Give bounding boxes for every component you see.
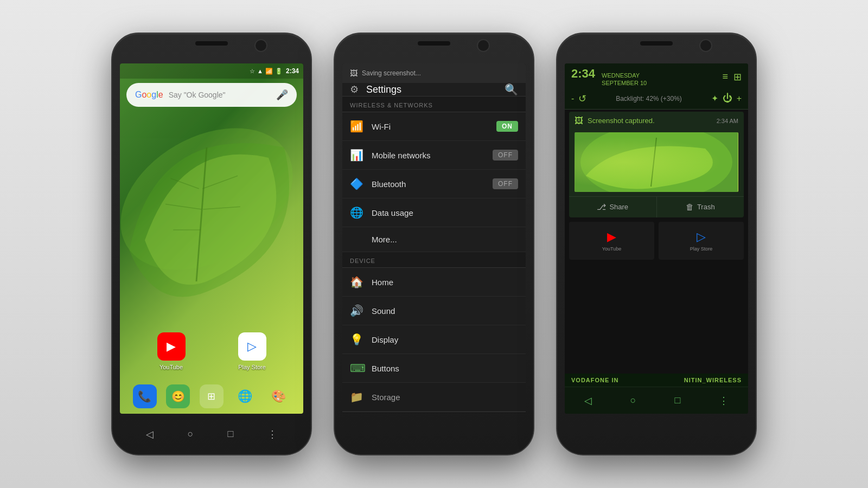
screenshot-preview: [575, 132, 738, 192]
phone-1-nav: ◁ ○ □ ⋮: [112, 414, 311, 454]
svg-point-8: [580, 132, 732, 192]
browser-dock-icon[interactable]: 🌐: [233, 384, 257, 408]
notif-back-button[interactable]: ◁: [584, 395, 592, 407]
share-button[interactable]: ⎇ Share: [569, 197, 656, 217]
phone-3: 2:34 WEDNESDAY SEPTEMBER 10 ≡ ⊞ - ↺ Back…: [556, 33, 757, 455]
display-icon: 💡: [350, 333, 363, 346]
share-label: Share: [609, 203, 628, 211]
status-bar: ☆ ▲ 📶 🔋 2:34: [120, 63, 303, 79]
home-setting-icon: 🏠: [350, 275, 363, 288]
storage-icon: 📁: [350, 390, 363, 403]
wifi-toggle[interactable]: ON: [496, 121, 518, 132]
home-button[interactable]: ○: [188, 428, 194, 440]
svg-rect-7: [575, 132, 738, 192]
device-section-header: DEVICE: [342, 252, 526, 268]
wireless-section-header: WIRELESS & NETWORKS: [342, 97, 526, 112]
settings-back-button[interactable]: ◁: [362, 412, 369, 414]
settings-search-icon[interactable]: 🔍: [505, 83, 518, 96]
youtube-thumb[interactable]: ▶ YouTube: [569, 222, 654, 260]
trash-label: Trash: [697, 203, 715, 211]
playstore-app[interactable]: ▷ Play Store: [238, 332, 266, 370]
share-icon: ⎇: [597, 202, 606, 212]
apps-dock-icon[interactable]: ⊞: [200, 384, 224, 408]
dock: 📞 😊 ⊞ 🌐 🎨: [120, 384, 303, 408]
playstore-thumb[interactable]: ▷ Play Store: [659, 222, 744, 260]
notif-actions: ⎇ Share 🗑 Trash: [569, 196, 744, 217]
refresh-icon[interactable]: ↺: [578, 93, 586, 105]
settings-title: Settings: [366, 84, 497, 95]
storage-setting[interactable]: 📁 Storage: [342, 383, 526, 412]
notif-home-button[interactable]: ○: [630, 395, 636, 406]
signal-icon: 📶: [265, 68, 273, 75]
wifi-icon: ▲: [257, 68, 263, 74]
star-icon[interactable]: ✦: [711, 93, 718, 104]
notif-nav: ◁ ○ □ ⋮: [565, 387, 748, 414]
more-label: More...: [372, 235, 397, 244]
back-button[interactable]: ◁: [146, 428, 154, 440]
power-icon[interactable]: ⏻: [723, 93, 732, 104]
settings-menu-button[interactable]: ⋮: [496, 412, 506, 414]
notif-right-icons: ≡ ⊞: [722, 71, 742, 83]
youtube-thumb-label: YouTube: [602, 246, 621, 252]
notif-status-bar: 2:34 WEDNESDAY SEPTEMBER 10 ≡ ⊞: [565, 63, 748, 91]
network-strip: VODAFONE IN NITIN_WIRELESS: [565, 374, 748, 387]
colors-dock-icon[interactable]: 🎨: [266, 384, 290, 408]
trash-icon: 🗑: [686, 202, 694, 211]
display-label: Display: [372, 335, 518, 344]
sound-icon: 🔊: [350, 304, 363, 317]
notif-app-name: Screenshot captured.: [588, 117, 712, 125]
playstore-icon: ▷: [238, 332, 266, 361]
messages-dock-icon[interactable]: 😊: [166, 384, 190, 408]
bluetooth-toggle[interactable]: OFF: [493, 178, 518, 189]
youtube-icon: ▶: [157, 332, 186, 361]
notif-date: WEDNESDAY SEPTEMBER 10: [602, 72, 647, 87]
notif-time: 2:34: [571, 67, 595, 81]
youtube-thumb-icon: ▶: [607, 230, 616, 244]
mobile-networks-label: Mobile networks: [372, 151, 484, 160]
screenshot-banner: 🖼 Saving screenshot...: [342, 63, 526, 83]
phone-1: ☆ ▲ 📶 🔋 2:34 Google Say "Ok Google" 🎤: [111, 33, 312, 455]
playstore-thumb-icon: ▷: [697, 230, 706, 244]
menu-button[interactable]: ⋮: [267, 428, 277, 440]
wifi-setting[interactable]: 📶 Wi-Fi ON: [342, 112, 526, 141]
notif-timestamp: 2:34 AM: [717, 118, 738, 124]
google-search-bar[interactable]: Google Say "Ok Google" 🎤: [126, 83, 297, 107]
youtube-app[interactable]: ▶ YouTube: [157, 332, 186, 370]
backlight-text: Backlight: 42% (+30%): [591, 95, 706, 102]
sim-icon: ☆: [250, 68, 255, 75]
sound-setting[interactable]: 🔊 Sound: [342, 297, 526, 325]
divider: [565, 109, 748, 110]
bluetooth-setting[interactable]: 🔷 Bluetooth OFF: [342, 170, 526, 198]
mobile-networks-setting[interactable]: 📊 Mobile networks OFF: [342, 141, 526, 170]
settings-recents-button[interactable]: □: [452, 413, 458, 414]
google-logo: Google: [135, 90, 163, 100]
notif-recents-button[interactable]: □: [675, 395, 681, 406]
youtube-label: YouTube: [159, 364, 183, 370]
data-usage-setting[interactable]: 🌐 Data usage: [342, 198, 526, 227]
mobile-networks-toggle[interactable]: OFF: [493, 150, 518, 160]
battery-icon: 🔋: [275, 68, 283, 75]
google-search-text: Say "Ok Google": [169, 91, 271, 99]
playstore-thumb-label: Play Store: [690, 246, 713, 252]
brightness-plus-btn[interactable]: +: [737, 94, 742, 104]
settings-nav: ◁ ○ □ ⋮: [342, 412, 526, 414]
display-setting[interactable]: 💡 Display: [342, 325, 526, 354]
notification-screen: 2:34 WEDNESDAY SEPTEMBER 10 ≡ ⊞ - ↺ Back…: [565, 63, 748, 414]
more-item[interactable]: More...: [342, 227, 526, 252]
trash-button[interactable]: 🗑 Trash: [656, 197, 744, 217]
phone-2-screen: 🖼 Saving screenshot... ⚙ Settings 🔍 WIRE…: [342, 63, 526, 414]
settings-home-button[interactable]: ○: [408, 413, 414, 414]
phone-dock-icon[interactable]: 📞: [133, 384, 157, 408]
backlight-row: - ↺ Backlight: 42% (+30%) ✦ ⏻ +: [565, 91, 748, 109]
mobile-networks-icon: 📊: [350, 149, 363, 162]
app-icons: ▶ YouTube ▷ Play Store: [120, 332, 303, 370]
bluetooth-label: Bluetooth: [372, 179, 484, 189]
home-setting[interactable]: 🏠 Home: [342, 268, 526, 297]
buttons-setting[interactable]: ⌨ Buttons: [342, 354, 526, 383]
recents-button[interactable]: □: [228, 428, 234, 440]
notif-menu-button[interactable]: ⋮: [719, 395, 729, 407]
microphone-icon[interactable]: 🎤: [276, 89, 288, 101]
brightness-minus-btn[interactable]: -: [571, 94, 574, 104]
sound-label: Sound: [372, 306, 518, 316]
wifi-label: Wi-Fi: [372, 122, 488, 131]
